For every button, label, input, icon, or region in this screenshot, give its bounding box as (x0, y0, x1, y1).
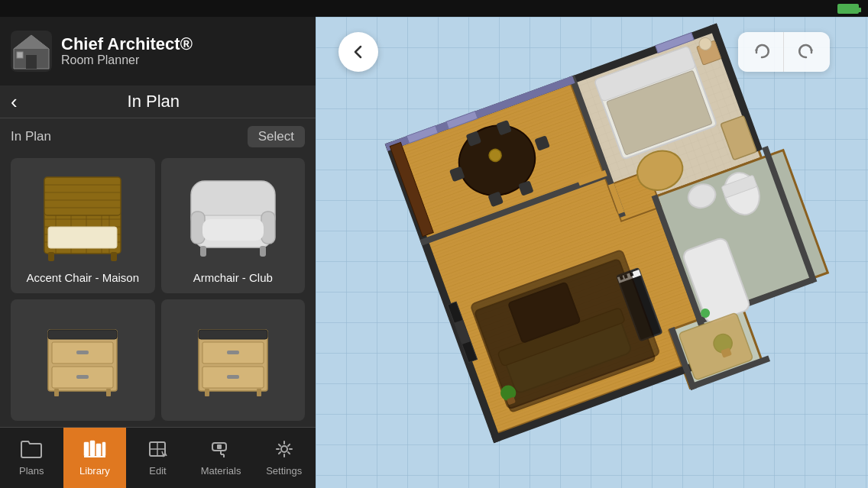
nav-item-settings[interactable]: Settings (252, 428, 316, 488)
logo-subtitle: Room Planner (61, 53, 193, 67)
item-image-cabinet-2 (180, 307, 287, 406)
section-header: ‹ In Plan (0, 86, 316, 118)
folder-icon (20, 439, 43, 462)
nav-label-plans: Plans (19, 465, 44, 477)
svg-rect-55 (217, 444, 222, 449)
nav-item-materials[interactable]: Materials (189, 428, 253, 488)
nav-item-edit[interactable]: Edit (126, 428, 189, 488)
svg-rect-21 (48, 252, 54, 261)
app-logo-icon (11, 31, 52, 72)
back-button[interactable] (338, 32, 378, 72)
svg-rect-41 (227, 351, 239, 354)
list-item[interactable]: Accent Chair - Maison (11, 158, 155, 293)
svg-rect-45 (257, 389, 261, 396)
select-button[interactable]: Select (248, 126, 305, 147)
logo-title: Chief Architect® (61, 35, 193, 53)
in-plan-row: In Plan Select (0, 118, 316, 152)
nav-item-library[interactable]: Library (63, 428, 127, 488)
svg-rect-4 (17, 52, 23, 58)
nav-label-settings: Settings (266, 465, 302, 477)
svg-rect-31 (48, 330, 117, 339)
svg-rect-28 (200, 246, 206, 257)
floor-plan[interactable] (316, 17, 868, 488)
svg-rect-39 (199, 330, 267, 339)
in-plan-label: In Plan (11, 129, 51, 144)
nav-label-library: Library (79, 465, 110, 477)
items-grid: Accent Chair - Maison (0, 152, 316, 427)
svg-rect-35 (76, 375, 89, 379)
back-section-button[interactable]: ‹ (11, 92, 18, 111)
status-bar (0, 0, 868, 17)
nav-item-plans[interactable]: Plans (0, 428, 63, 488)
svg-rect-44 (205, 389, 209, 396)
svg-line-65 (288, 452, 290, 454)
item-image-accent-chair (29, 166, 136, 265)
list-item[interactable]: Armchair - Club (161, 158, 306, 293)
item-image-cabinet-1 (29, 307, 136, 406)
battery-icon (837, 4, 859, 14)
nav-label-edit: Edit (149, 465, 166, 477)
list-item[interactable] (11, 299, 155, 422)
main-container: Chief Architect® Room Planner ‹ In Plan … (0, 17, 868, 488)
settings-icon (274, 439, 295, 462)
item-label-accent-chair: Accent Chair - Maison (26, 271, 139, 284)
svg-line-67 (279, 452, 280, 454)
svg-rect-37 (106, 389, 111, 396)
redo-button[interactable] (784, 32, 830, 72)
library-icon (83, 439, 107, 462)
item-label-armchair: Armchair - Club (193, 271, 273, 284)
svg-rect-49 (102, 442, 105, 456)
bottom-nav: Plans Library (0, 427, 316, 488)
undo-button[interactable] (738, 32, 784, 72)
svg-line-64 (279, 444, 280, 446)
svg-rect-46 (84, 442, 89, 456)
svg-rect-27 (202, 219, 264, 241)
nav-label-materials: Materials (201, 465, 241, 477)
svg-rect-33 (76, 351, 89, 354)
left-panel: Chief Architect® Room Planner ‹ In Plan … (0, 17, 316, 488)
materials-icon (210, 439, 232, 462)
right-panel (316, 17, 868, 488)
svg-rect-20 (48, 227, 117, 248)
svg-rect-48 (96, 444, 101, 456)
svg-rect-47 (90, 441, 95, 456)
svg-line-66 (288, 444, 290, 446)
svg-rect-36 (54, 389, 59, 396)
undo-redo-controls (738, 32, 830, 72)
svg-rect-15 (44, 177, 121, 215)
section-title: In Plan (25, 92, 282, 111)
app-header: Chief Architect® Room Planner (0, 17, 316, 86)
svg-rect-43 (227, 375, 239, 379)
svg-rect-22 (111, 252, 117, 261)
edit-icon (147, 439, 168, 462)
svg-point-59 (281, 446, 287, 452)
svg-rect-29 (260, 246, 266, 257)
item-image-armchair (180, 166, 287, 265)
svg-rect-3 (26, 55, 37, 69)
list-item[interactable] (161, 299, 306, 422)
logo-text: Chief Architect® Room Planner (61, 35, 193, 67)
